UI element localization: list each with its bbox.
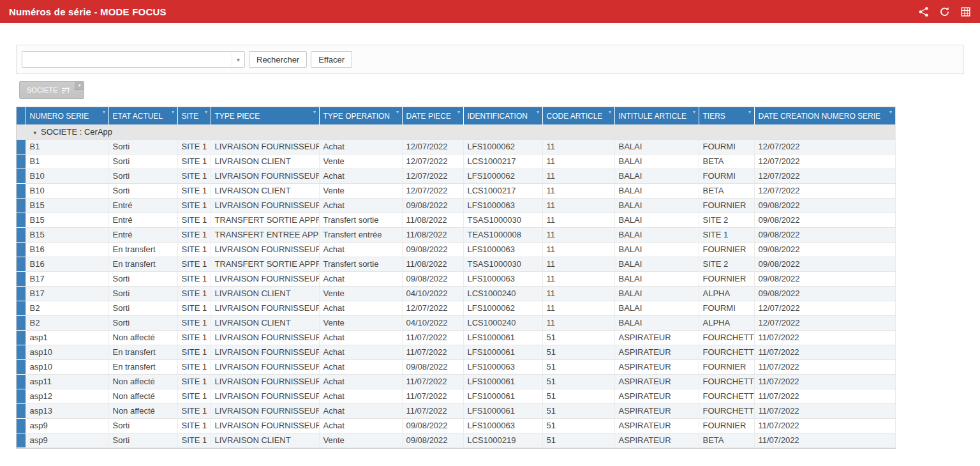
table-row[interactable]: B10SortiSITE 1LIVRAISON CLIENTVente12/07… bbox=[17, 183, 895, 198]
column-header-date-creation-numero-serie[interactable]: DATE CREATION NUMERO SERIE▼ bbox=[754, 107, 895, 124]
table-row[interactable]: B17SortiSITE 1LIVRAISON FOURNISSEURAchat… bbox=[17, 271, 895, 286]
cell: 11/07/2022 bbox=[754, 359, 895, 374]
search-combobox[interactable]: ▾ bbox=[22, 51, 245, 68]
filter-icon[interactable]: ▼ bbox=[457, 110, 461, 114]
column-header-identification[interactable]: IDENTIFICATION▼ bbox=[463, 107, 542, 124]
table-row[interactable]: B2SortiSITE 1LIVRAISON FOURNISSEURAchat1… bbox=[17, 301, 895, 315]
cell: ASPIRATEUR bbox=[614, 418, 699, 433]
column-header-numero-serie[interactable]: NUMERO SERIE▼ bbox=[26, 107, 108, 124]
row-indicator bbox=[17, 418, 26, 433]
cell: SITE 1 bbox=[177, 213, 211, 227]
cell: Sorti bbox=[108, 433, 177, 447]
cell: TRANSFERT ENTREE APPRO bbox=[211, 227, 319, 242]
filter-icon[interactable]: ▼ bbox=[75, 82, 84, 90]
column-header-tiers[interactable]: TIERS▼ bbox=[699, 107, 754, 124]
cell: SITE 1 bbox=[177, 271, 211, 286]
cell: 12/07/2022 bbox=[402, 183, 463, 198]
cell: SITE 2 bbox=[699, 257, 754, 271]
cell: BALAI bbox=[614, 242, 699, 257]
export-grid-icon[interactable] bbox=[960, 6, 971, 17]
group-row[interactable]: ▾SOCIETE : CerApp bbox=[17, 124, 895, 139]
cell: LFS1000061 bbox=[463, 374, 542, 389]
cell: BALAI bbox=[614, 198, 699, 213]
cell: B17 bbox=[26, 271, 108, 286]
column-header-date-piece[interactable]: DATE PIECE▼ bbox=[402, 107, 463, 124]
filter-icon[interactable]: ▼ bbox=[748, 110, 752, 114]
cell: 11 bbox=[542, 271, 614, 286]
column-header-intitule-article[interactable]: INTITULE ARTICLE▼ bbox=[614, 107, 699, 124]
column-header-site[interactable]: SITE▼ bbox=[177, 107, 211, 124]
cell: 09/08/2022 bbox=[402, 418, 463, 433]
table-row[interactable]: B17SortiSITE 1LIVRAISON CLIENTVente04/10… bbox=[17, 286, 895, 301]
cell: 09/08/2022 bbox=[402, 271, 463, 286]
table-row[interactable]: B15EntréSITE 1TRANSFERT ENTREE APPROTran… bbox=[17, 227, 895, 242]
table-row[interactable]: B15EntréSITE 1LIVRAISON FOURNISSEURAchat… bbox=[17, 198, 895, 213]
column-header-etat-actuel[interactable]: ETAT ACTUEL▼ bbox=[108, 107, 177, 124]
column-header-label: SITE bbox=[182, 112, 199, 121]
cell: Entré bbox=[108, 227, 177, 242]
cell: SITE 1 bbox=[177, 330, 211, 345]
cell: SITE 1 bbox=[699, 227, 754, 242]
table-row[interactable]: asp10En transfertSITE 1LIVRAISON FOURNIS… bbox=[17, 359, 895, 374]
cell: 51 bbox=[542, 433, 614, 447]
cell: 11 bbox=[542, 301, 614, 315]
cell: asp1 bbox=[26, 330, 108, 345]
filter-icon[interactable]: ▼ bbox=[692, 110, 697, 114]
cell: asp12 bbox=[26, 389, 108, 403]
cell: LCS1000217 bbox=[463, 154, 542, 169]
cell: LCS1000219 bbox=[463, 433, 542, 447]
column-header-type-operation[interactable]: TYPE OPERATION▼ bbox=[319, 107, 402, 124]
table-row[interactable]: B1SortiSITE 1LIVRAISON CLIENTVente12/07/… bbox=[17, 154, 895, 169]
table-row[interactable]: asp10En transfertSITE 1LIVRAISON FOURNIS… bbox=[17, 345, 895, 359]
cell: 09/08/2022 bbox=[402, 198, 463, 213]
filter-icon[interactable]: ▼ bbox=[313, 110, 317, 114]
cell: SITE 1 bbox=[177, 418, 211, 433]
cell: BETA bbox=[699, 154, 754, 169]
cell: Sorti bbox=[108, 139, 177, 154]
filter-icon[interactable]: ▼ bbox=[889, 110, 893, 114]
table-row[interactable]: asp9SortiSITE 1LIVRAISON CLIENTVente09/0… bbox=[17, 433, 895, 447]
filter-icon[interactable]: ▼ bbox=[396, 110, 400, 114]
filter-icon[interactable]: ▼ bbox=[536, 110, 540, 114]
search-button[interactable]: Rechercher bbox=[249, 51, 307, 68]
table-row[interactable]: asp13Non affectéSITE 1LIVRAISON FOURNISS… bbox=[17, 403, 895, 418]
cell: En transfert bbox=[108, 242, 177, 257]
cell: SITE 1 bbox=[177, 389, 211, 403]
cell: 11/07/2022 bbox=[754, 330, 895, 345]
table-row[interactable]: B1SortiSITE 1LIVRAISON FOURNISSEURAchat1… bbox=[17, 139, 895, 154]
column-header-type-piece[interactable]: TYPE PIECE▼ bbox=[211, 107, 319, 124]
cell: 09/08/2022 bbox=[402, 433, 463, 447]
chevron-down-icon[interactable]: ▾ bbox=[232, 52, 244, 67]
group-by-chip-societe[interactable]: SOCIETE ▼ bbox=[19, 81, 84, 99]
table-row[interactable]: B2SortiSITE 1LIVRAISON CLIENTVente04/10/… bbox=[17, 315, 895, 330]
clear-button[interactable]: Effacer bbox=[311, 51, 352, 68]
table-row[interactable]: B10SortiSITE 1LIVRAISON FOURNISSEURAchat… bbox=[17, 169, 895, 183]
column-header-label: INTITULE ARTICLE bbox=[619, 112, 687, 121]
filter-icon[interactable]: ▼ bbox=[608, 110, 612, 114]
table-row[interactable]: asp11Non affectéSITE 1LIVRAISON FOURNISS… bbox=[17, 374, 895, 389]
table-row[interactable]: B16En transfertSITE 1TRANSFERT SORTIE AP… bbox=[17, 257, 895, 271]
table-row[interactable]: asp9SortiSITE 1LIVRAISON FOURNISSEURAcha… bbox=[17, 418, 895, 433]
filter-icon[interactable]: ▼ bbox=[102, 110, 107, 114]
table-row[interactable]: B15EntréSITE 1TRANSFERT SORTIE APPROTran… bbox=[17, 213, 895, 227]
column-header-code-article[interactable]: CODE ARTICLE▼ bbox=[542, 107, 614, 124]
row-indicator bbox=[17, 257, 26, 271]
table-row[interactable]: asp12Non affectéSITE 1LIVRAISON FOURNISS… bbox=[17, 389, 895, 403]
share-icon[interactable] bbox=[918, 6, 929, 17]
refresh-icon[interactable] bbox=[939, 6, 950, 17]
cell: BETA bbox=[699, 183, 754, 198]
cell: BALAI bbox=[614, 301, 699, 315]
cell: LFS1000063 bbox=[463, 418, 542, 433]
table-row[interactable]: B16En transfertSITE 1LIVRAISON FOURNISSE… bbox=[17, 242, 895, 257]
filter-icon[interactable]: ▼ bbox=[171, 110, 175, 114]
collapse-group-icon[interactable]: ▾ bbox=[34, 130, 37, 136]
cell: B15 bbox=[26, 213, 108, 227]
cell: Achat bbox=[319, 301, 402, 315]
cell: 51 bbox=[542, 345, 614, 359]
cell: BALAI bbox=[614, 169, 699, 183]
filter-icon[interactable]: ▼ bbox=[204, 110, 209, 114]
cell: Sorti bbox=[108, 169, 177, 183]
cell: 12/07/2022 bbox=[402, 301, 463, 315]
table-row[interactable]: asp1Non affectéSITE 1LIVRAISON FOURNISSE… bbox=[17, 330, 895, 345]
cell: Non affecté bbox=[108, 389, 177, 403]
